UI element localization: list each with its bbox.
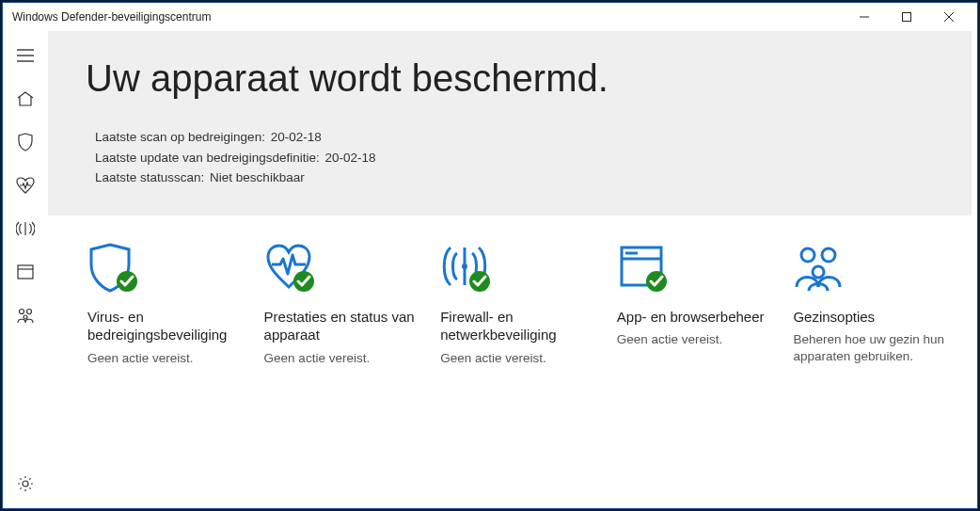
window-controls	[843, 3, 970, 31]
tile-desc: Geen actie vereist.	[617, 331, 771, 348]
minimize-icon	[860, 12, 869, 22]
status-label: Laatste scan op bedreigingen:	[95, 130, 265, 144]
shield-icon	[17, 133, 34, 152]
family-icon	[16, 307, 35, 324]
tile-desc: Beheren hoe uw gezin hun apparaten gebru…	[793, 331, 947, 365]
svg-rect-1	[902, 13, 910, 22]
close-button[interactable]	[927, 3, 970, 31]
tile-icon-wrap	[793, 242, 947, 296]
tile-title: Prestaties en status van apparaat	[264, 308, 419, 344]
svg-point-12	[24, 315, 27, 319]
family-large-icon	[793, 242, 849, 296]
close-icon	[944, 12, 954, 22]
status-block: Laatste scan op bedreigingen: 20-02-18 L…	[95, 128, 934, 187]
status-label: Laatste update van bedreigingsdefinitie:	[95, 151, 320, 165]
tile-family[interactable]: Gezinsopties Beheren hoe uw gezin hun ap…	[785, 242, 955, 367]
status-value: 20-02-18	[324, 151, 375, 165]
svg-point-19	[801, 248, 814, 262]
tile-app-browser[interactable]: App- en browserbeheer Geen actie vereist…	[609, 242, 779, 367]
tile-icon-wrap	[440, 242, 594, 296]
heart-icon	[16, 177, 35, 194]
tile-virus-threat[interactable]: Virus- en bedreigingsbeveiliging Geen ac…	[80, 242, 249, 367]
hero-panel: Uw apparaat wordt beschermd. Laatste sca…	[48, 31, 972, 216]
tile-title: App- en browserbeheer	[617, 308, 771, 327]
app-window: Windows Defender-beveiligingscentrum	[2, 2, 978, 509]
main-content: Uw apparaat wordt beschermd. Laatste sca…	[48, 31, 977, 508]
sidebar-item-device-health[interactable]	[7, 167, 44, 204]
status-value: 20-02-18	[271, 130, 322, 144]
sidebar-item-virus-threat[interactable]	[7, 123, 44, 161]
tile-icon-wrap	[87, 242, 242, 296]
tile-title: Firewall- en netwerkbeveiliging	[440, 308, 594, 344]
svg-point-13	[23, 481, 28, 487]
status-health-scan: Laatste statusscan: Niet beschikbaar	[95, 168, 934, 187]
window-title: Windows Defender-beveiligingscentrum	[10, 10, 843, 24]
shield-large-icon	[87, 242, 144, 296]
svg-rect-8	[18, 265, 33, 279]
sidebar-item-firewall[interactable]	[7, 210, 44, 248]
status-definition-update: Laatste update van bedreigingsdefinitie:…	[95, 149, 934, 168]
status-threat-scan: Laatste scan op bedreigingen: 20-02-18	[95, 128, 934, 147]
tile-icon-wrap	[617, 242, 771, 296]
firewall-large-icon	[440, 242, 497, 296]
minimize-button[interactable]	[843, 3, 885, 31]
tiles-row: Virus- en bedreigingsbeveiliging Geen ac…	[48, 216, 977, 367]
heart-large-icon	[264, 242, 321, 296]
tile-desc: Geen actie vereist.	[87, 350, 242, 367]
window-body: Uw apparaat wordt beschermd. Laatste sca…	[3, 31, 977, 508]
sidebar	[3, 31, 48, 508]
hamburger-icon	[17, 49, 34, 62]
firewall-icon	[16, 220, 35, 237]
gear-icon	[17, 475, 34, 492]
tile-device-health[interactable]: Prestaties en status van apparaat Geen a…	[257, 242, 426, 367]
svg-point-15	[462, 263, 467, 269]
tile-title: Virus- en bedreigingsbeveiliging	[87, 308, 242, 344]
sidebar-item-app-browser[interactable]	[7, 253, 44, 291]
maximize-icon	[902, 12, 911, 22]
status-label: Laatste statusscan:	[95, 170, 204, 184]
tile-icon-wrap	[264, 242, 419, 296]
hamburger-menu-button[interactable]	[7, 37, 44, 74]
svg-point-11	[27, 310, 32, 314]
home-icon	[17, 91, 34, 106]
sidebar-item-home[interactable]	[7, 80, 44, 118]
svg-point-20	[822, 248, 835, 262]
sidebar-item-family[interactable]	[7, 296, 44, 334]
hero-heading: Uw apparaat wordt beschermd.	[86, 57, 934, 100]
tile-title: Gezinsopties	[793, 308, 947, 327]
window-large-icon	[617, 242, 673, 296]
tile-firewall[interactable]: Firewall- en netwerkbeveiliging Geen act…	[433, 242, 602, 367]
titlebar: Windows Defender-beveiligingscentrum	[3, 3, 977, 31]
tile-desc: Geen actie vereist.	[440, 350, 594, 367]
svg-point-21	[813, 266, 824, 278]
window-icon	[17, 264, 34, 279]
tile-desc: Geen actie vereist.	[264, 350, 419, 367]
sidebar-item-settings[interactable]	[7, 465, 44, 503]
status-value: Niet beschikbaar	[210, 170, 305, 184]
maximize-button[interactable]	[885, 3, 927, 31]
svg-point-10	[20, 310, 24, 314]
